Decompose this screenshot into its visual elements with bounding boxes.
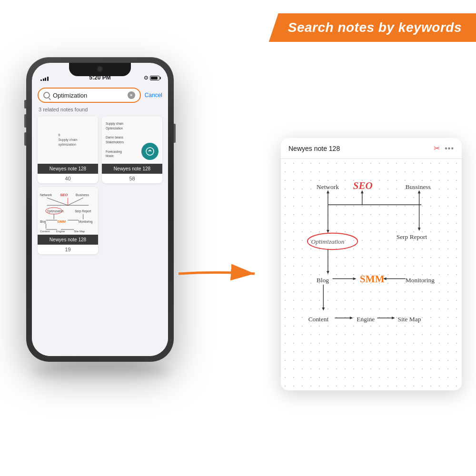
svg-marker-34 [327, 230, 329, 233]
smm-node: SMM [360, 273, 385, 285]
note-card-40[interactable]: 6Supply chainoptimization Newyes note 12… [38, 116, 98, 183]
cancel-button[interactable]: Cancel [145, 92, 162, 99]
note-detail-title: Newyes note 128 [288, 145, 340, 152]
more-options-icon[interactable]: ••• [445, 144, 454, 153]
business-node: Bussiness [406, 183, 431, 190]
svg-text:SMM: SMM [57, 219, 66, 224]
volume-up-button [24, 114, 26, 128]
svg-marker-45 [322, 307, 325, 311]
monitoring-node: Monitoring [406, 277, 435, 284]
svg-point-1 [149, 150, 151, 151]
note-label-58: Newyes note 128 [102, 164, 162, 174]
svg-text:Site Map: Site Map [74, 230, 85, 233]
svg-marker-32 [418, 190, 421, 194]
feature-banner: Search notes by keywords [269, 13, 476, 42]
note-label-19: Newyes note 128 [38, 235, 98, 245]
svg-text:Blog: Blog [40, 220, 46, 224]
silent-button [24, 100, 26, 109]
svg-point-0 [146, 148, 154, 155]
arrow-indicator [178, 264, 259, 283]
signal-bar-3 [45, 78, 46, 81]
svg-text:Network: Network [40, 193, 52, 197]
signal-bar-4 [47, 77, 49, 81]
svg-marker-37 [418, 228, 421, 231]
note-thumb-58: Supply chainOptimizationDamn beansStakeh… [102, 116, 162, 164]
seo-node: SEO [353, 180, 373, 191]
search-clear-button[interactable]: × [128, 91, 135, 99]
note-thumb-icon-58 [141, 143, 159, 160]
note-detail-action-icons: ✂ ••• [434, 144, 454, 153]
phone-mockup: 5:20 PM ⊙ Optimization × [26, 57, 174, 362]
note-detail-body: Network SEO Bussiness Optimization [281, 159, 462, 387]
scissors-icon[interactable]: ✂ [434, 144, 440, 153]
search-query-text: Optimization [53, 92, 87, 99]
svg-text:Optimization: Optimization [47, 209, 64, 213]
phone-outer: 5:20 PM ⊙ Optimization × [26, 57, 174, 362]
svg-text:Monitoring: Monitoring [79, 220, 93, 224]
power-button [174, 124, 176, 143]
svg-line-5 [47, 198, 68, 206]
results-count-label: 3 related notes found [38, 107, 162, 112]
svg-line-7 [68, 198, 83, 206]
svg-text:Engine: Engine [56, 230, 65, 233]
search-bar[interactable]: Optimization × [38, 88, 141, 103]
mindmap-svg: Network SEO Bussiness Optimization [286, 164, 457, 383]
content-node: Content [308, 316, 329, 323]
note-thumb-19: Network SEO Business Optimization Serp R… [38, 187, 98, 235]
note-card-19[interactable]: Network SEO Business Optimization Serp R… [38, 187, 98, 254]
volume-down-button [24, 132, 26, 146]
network-node: Network [317, 183, 339, 190]
phone-screen-area: 5:20 PM ⊙ Optimization × [32, 63, 168, 356]
phone-screen-content: Optimization × Cancel 3 related notes fo… [32, 84, 168, 356]
svg-marker-31 [327, 190, 329, 194]
svg-text:Business: Business [76, 193, 89, 197]
note-thumb-40: 6Supply chainoptimization [38, 116, 98, 164]
signal-bars [40, 77, 49, 81]
arrow-svg [178, 264, 259, 283]
signal-bar-2 [43, 79, 44, 81]
svg-text:Content: Content [40, 230, 50, 233]
optimization-node: Optimization [311, 238, 345, 245]
note-thumb-text-40: 6Supply chainoptimization [54, 129, 81, 150]
blog-node: Blog [317, 277, 329, 284]
serp-report-node: Serp Report [397, 233, 427, 240]
phone-notch [69, 63, 131, 76]
svg-marker-49 [392, 317, 395, 319]
battery-fill [151, 77, 158, 79]
status-right-icons: ⊙ [144, 75, 159, 81]
signal-indicator [40, 77, 49, 81]
note-detail-header: Newyes note 128 ✂ ••• [281, 138, 462, 159]
clear-icon: × [130, 93, 132, 98]
signal-bar-1 [40, 79, 42, 81]
note-card-58[interactable]: Supply chainOptimizationDamn beansStakeh… [102, 116, 162, 183]
engine-node: Engine [357, 316, 375, 323]
note-thumb-seo-svg: Network SEO Business Optimization Serp R… [38, 187, 98, 235]
svg-marker-41 [353, 278, 357, 280]
note-number-58: 58 [102, 174, 162, 183]
phone-reflection [32, 363, 170, 382]
notes-grid: 6Supply chainoptimization Newyes note 12… [38, 116, 162, 254]
note-label-40: Newyes note 128 [38, 164, 98, 174]
search-icon [43, 92, 50, 99]
banner-text: Search notes by keywords [288, 20, 462, 35]
svg-marker-39 [327, 271, 329, 274]
note-number-40: 40 [38, 174, 98, 183]
wifi-icon: ⊙ [144, 75, 148, 81]
svg-text:SEO: SEO [60, 193, 68, 197]
note-number-19: 19 [38, 245, 98, 254]
search-bar-container: Optimization × Cancel [38, 88, 162, 103]
battery-icon [150, 76, 159, 80]
note-detail-panel: Newyes note 128 ✂ ••• Network SEO Bussin… [281, 138, 462, 390]
svg-text:Serp Report: Serp Report [75, 209, 91, 213]
svg-marker-47 [350, 317, 353, 319]
site-map-node: Site Map [398, 316, 421, 323]
